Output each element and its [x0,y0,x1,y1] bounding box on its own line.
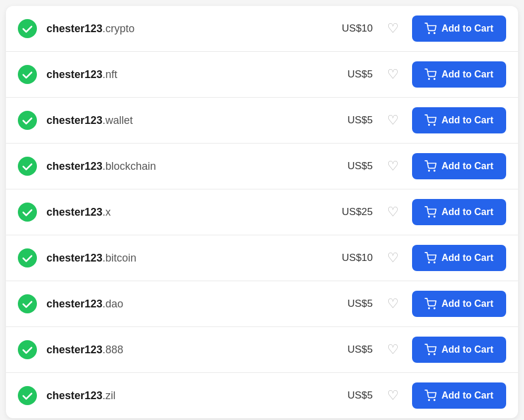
wishlist-button[interactable]: ♡ [383,110,403,130]
add-to-cart-button[interactable]: Add to Cart [412,337,506,363]
cart-icon [425,390,436,402]
heart-icon: ♡ [387,22,399,35]
heart-icon: ♡ [387,160,399,173]
domain-tld: .zil [102,390,116,402]
domain-price: US$25 [331,206,373,218]
add-to-cart-label: Add to Cart [441,344,493,355]
domain-base: chester123 [46,298,102,310]
add-to-cart-button[interactable]: Add to Cart [412,199,506,225]
cart-icon [425,160,436,172]
add-to-cart-label: Add to Cart [441,207,493,217]
cart-icon [425,344,436,356]
wishlist-button[interactable]: ♡ [383,248,403,268]
domain-tld: .bitcoin [102,252,136,264]
check-icon [18,111,37,130]
domain-tld: .wallet [102,114,133,126]
domain-name: chester123.bitcoin [46,252,331,265]
domain-price: US$5 [331,344,373,356]
table-row: chester123.blockchainUS$5♡ Add to Cart [6,144,518,189]
check-icon [18,19,37,38]
domain-tld: .dao [102,298,123,310]
domain-name: chester123.wallet [46,114,331,127]
wishlist-button[interactable]: ♡ [383,202,403,222]
add-to-cart-button[interactable]: Add to Cart [412,382,506,409]
domain-name: chester123.nft [46,69,331,81]
add-to-cart-button[interactable]: Add to Cart [412,245,506,271]
domain-base: chester123 [46,206,102,218]
domain-price: US$5 [331,390,373,402]
cart-icon [425,206,436,218]
domain-tld: .888 [102,344,123,356]
svg-point-7 [429,125,430,126]
check-icon [18,386,37,405]
domain-price: US$5 [331,69,373,80]
domain-list: chester123.cryptoUS$10♡ Add to Cart ches… [6,6,518,418]
check-icon [18,340,37,359]
add-to-cart-button[interactable]: Add to Cart [412,153,506,179]
wishlist-button[interactable]: ♡ [383,385,403,406]
svg-point-4 [429,79,430,80]
domain-base: chester123 [46,390,102,402]
add-to-cart-label: Add to Cart [441,390,493,401]
cart-icon [425,69,436,80]
wishlist-button[interactable]: ♡ [383,18,403,39]
check-icon [18,294,37,313]
svg-point-9 [18,157,37,176]
svg-point-26 [434,400,435,401]
heart-icon: ♡ [387,68,399,81]
svg-point-14 [434,216,435,217]
domain-base: chester123 [46,114,102,126]
add-to-cart-button[interactable]: Add to Cart [412,15,506,42]
table-row: chester123.zilUS$5♡ Add to Cart [6,373,518,418]
svg-point-12 [18,203,37,222]
svg-point-17 [434,262,435,263]
svg-point-6 [18,111,37,130]
domain-price: US$5 [331,298,373,310]
svg-point-24 [18,386,37,405]
table-row: chester123.cryptoUS$10♡ Add to Cart [6,6,518,52]
domain-tld: .blockchain [102,160,156,172]
add-to-cart-button[interactable]: Add to Cart [412,107,506,133]
add-to-cart-label: Add to Cart [441,253,493,263]
heart-icon: ♡ [387,114,399,127]
svg-point-8 [434,125,435,126]
cart-icon [425,298,436,310]
add-to-cart-label: Add to Cart [441,298,493,309]
cart-icon [425,252,436,264]
check-icon [18,65,37,84]
wishlist-button[interactable]: ♡ [383,294,403,314]
domain-base: chester123 [46,252,102,264]
domain-price: US$10 [331,23,373,35]
svg-point-16 [429,262,430,263]
add-to-cart-button[interactable]: Add to Cart [412,291,506,317]
svg-point-2 [434,33,435,34]
svg-point-3 [18,65,37,84]
domain-tld: .x [102,206,111,218]
domain-price: US$5 [331,114,373,126]
table-row: chester123.nftUS$5♡ Add to Cart [6,52,518,98]
svg-point-19 [429,308,430,309]
svg-point-5 [434,79,435,80]
wishlist-button[interactable]: ♡ [383,64,403,85]
svg-point-18 [18,294,37,313]
wishlist-button[interactable]: ♡ [383,340,403,360]
domain-price: US$5 [331,160,373,172]
wishlist-button[interactable]: ♡ [383,156,403,176]
heart-icon: ♡ [387,297,399,310]
heart-icon: ♡ [387,206,399,219]
svg-point-11 [434,170,435,172]
heart-icon: ♡ [387,389,399,402]
domain-price: US$10 [331,252,373,264]
domain-base: chester123 [46,23,102,35]
check-icon [18,157,37,176]
add-to-cart-label: Add to Cart [441,161,493,172]
domain-name: chester123.zil [46,390,331,402]
add-to-cart-label: Add to Cart [441,23,493,34]
domain-name: chester123.x [46,206,331,219]
svg-point-23 [434,354,435,355]
add-to-cart-label: Add to Cart [441,69,493,80]
add-to-cart-button[interactable]: Add to Cart [412,61,506,88]
svg-point-15 [18,248,37,267]
add-to-cart-label: Add to Cart [441,115,493,126]
table-row: chester123.xUS$25♡ Add to Cart [6,189,518,235]
